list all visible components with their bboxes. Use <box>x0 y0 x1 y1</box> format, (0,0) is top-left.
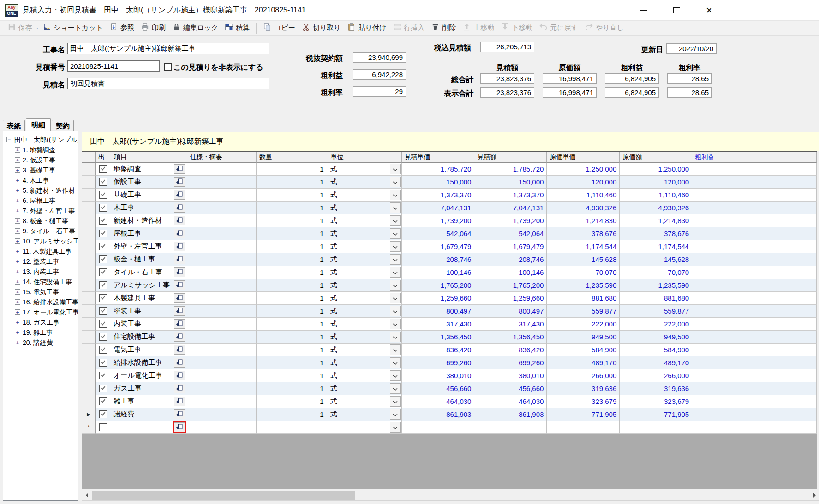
item-cell[interactable] <box>111 421 187 434</box>
spec-cell[interactable] <box>187 227 257 240</box>
cost-amount-cell[interactable]: 949,500 <box>620 331 692 344</box>
unit-cell[interactable]: 式 <box>328 253 402 266</box>
estimate-amount-cell[interactable]: 836,420 <box>474 344 547 356</box>
cost-unit-price-cell[interactable]: 1,174,544 <box>547 240 620 253</box>
estimate-amount-cell[interactable]: 1,373,370 <box>474 189 547 202</box>
item-reference-button[interactable] <box>174 280 185 290</box>
expand-icon[interactable]: + <box>15 147 20 153</box>
estimate-amount-cell[interactable]: 699,260 <box>474 356 547 369</box>
item-cell[interactable]: 基礎工事 <box>111 189 187 202</box>
unit-cell[interactable]: 式 <box>328 279 402 292</box>
row-selector[interactable] <box>82 227 96 240</box>
gross-profit-cell[interactable] <box>692 214 817 227</box>
estimate-unit-price-cell[interactable] <box>402 421 475 434</box>
minimize-button[interactable] <box>634 2 653 18</box>
quantity-cell[interactable]: 1 <box>257 292 328 305</box>
cost-unit-price-cell[interactable] <box>547 421 620 434</box>
item-cell[interactable]: 諸経費 <box>111 408 187 421</box>
item-cell[interactable]: 外壁・左官工事 <box>111 240 187 253</box>
quantity-cell[interactable]: 1 <box>257 344 328 356</box>
unit-cell[interactable]: 式 <box>328 202 402 214</box>
row-selector[interactable] <box>82 369 96 382</box>
gross-profit-cell[interactable] <box>692 369 817 382</box>
estimate-amount-cell[interactable]: 464,030 <box>474 395 547 408</box>
estimate-unit-price-cell[interactable]: 1,785,720 <box>402 163 475 176</box>
expand-icon[interactable]: + <box>15 208 20 213</box>
tree-item[interactable]: +16. 給排水設備工事 <box>3 297 78 307</box>
expand-icon[interactable]: + <box>15 238 20 244</box>
cost-unit-price-cell[interactable]: 1,214,830 <box>547 214 620 227</box>
gross-profit-cell[interactable] <box>692 395 817 408</box>
cost-unit-price-cell[interactable]: 1,250,000 <box>547 163 620 176</box>
item-cell[interactable]: 住宅設備工事 <box>111 331 187 344</box>
expand-icon[interactable]: + <box>15 188 20 193</box>
close-button[interactable]: ✕ <box>699 2 719 18</box>
unit-dropdown-button[interactable] <box>390 344 401 355</box>
item-cell[interactable]: 板金・樋工事 <box>111 253 187 266</box>
cost-unit-price-cell[interactable]: 559,877 <box>547 305 620 318</box>
row-selector[interactable] <box>82 176 96 189</box>
quantity-cell[interactable]: 1 <box>257 305 328 318</box>
print-button[interactable]: 印刷 <box>137 21 169 35</box>
spec-cell[interactable] <box>187 318 257 331</box>
cost-amount-cell[interactable]: 319,636 <box>620 382 692 395</box>
estimate-amount-cell[interactable]: 1,765,200 <box>474 279 547 292</box>
tree-item[interactable]: +11. 木製建具工事 <box>3 246 78 256</box>
spec-cell[interactable] <box>187 395 257 408</box>
output-checkbox[interactable] <box>99 204 107 212</box>
gross-profit-cell[interactable] <box>692 253 817 266</box>
output-checkbox[interactable] <box>99 230 107 237</box>
estimate-amount-cell[interactable]: 1,259,660 <box>474 292 547 305</box>
expand-icon[interactable]: + <box>15 269 20 274</box>
expand-icon[interactable]: + <box>15 198 20 203</box>
item-cell[interactable]: 給排水設備工事 <box>111 356 187 369</box>
shortcut-button[interactable]: ショートカット <box>39 21 106 35</box>
quantity-cell[interactable]: 1 <box>257 214 328 227</box>
unit-dropdown-button[interactable] <box>390 422 401 433</box>
cost-unit-price-cell[interactable]: 584,900 <box>547 344 620 356</box>
collapse-icon[interactable]: − <box>6 137 12 142</box>
gross-profit-cell[interactable] <box>692 331 817 344</box>
unit-dropdown-button[interactable] <box>390 241 401 252</box>
cost-amount-cell[interactable]: 266,000 <box>620 369 692 382</box>
tree-item[interactable]: +4. 木工事 <box>3 175 78 185</box>
output-checkbox[interactable] <box>99 397 107 405</box>
item-cell[interactable]: タイル・石工事 <box>111 266 187 279</box>
row-selector[interactable] <box>82 292 96 305</box>
tree-item[interactable]: +20. 諸経費 <box>3 338 78 348</box>
quantity-cell[interactable]: 1 <box>257 266 328 279</box>
copy-button[interactable]: コピー <box>260 21 299 35</box>
estimate-unit-price-cell[interactable]: 1,356,450 <box>402 331 475 344</box>
insert-row-button[interactable]: 行挿入 <box>389 21 428 35</box>
gross-profit-cell[interactable] <box>692 344 817 356</box>
expand-icon[interactable]: + <box>15 309 20 315</box>
gross-profit-cell[interactable] <box>692 292 817 305</box>
row-selector[interactable] <box>82 189 96 202</box>
spec-cell[interactable] <box>187 266 257 279</box>
tree-item[interactable]: +14. 住宅設備工事 <box>3 277 78 287</box>
estimate-unit-price-cell[interactable]: 150,000 <box>402 176 475 189</box>
expand-icon[interactable]: + <box>15 167 20 173</box>
tree-item[interactable]: +3. 基礎工事 <box>3 165 78 175</box>
output-checkbox[interactable] <box>99 372 107 379</box>
gross-profit-cell[interactable] <box>692 318 817 331</box>
cost-unit-price-cell[interactable]: 319,636 <box>547 382 620 395</box>
item-reference-button[interactable] <box>174 345 185 355</box>
item-reference-button[interactable] <box>174 409 185 419</box>
item-reference-button[interactable] <box>174 384 185 393</box>
estimate-unit-price-cell[interactable]: 456,660 <box>402 382 475 395</box>
tab-detail[interactable]: 明細 <box>26 118 51 131</box>
cost-unit-price-cell[interactable]: 1,110,460 <box>547 189 620 202</box>
row-selector[interactable] <box>82 163 96 176</box>
quantity-cell[interactable]: 1 <box>257 253 328 266</box>
cost-amount-cell[interactable]: 1,110,460 <box>620 189 692 202</box>
cost-amount-cell[interactable]: 145,628 <box>620 253 692 266</box>
cost-amount-cell[interactable]: 771,905 <box>620 408 692 421</box>
tree-item[interactable]: +2. 仮設工事 <box>3 155 78 165</box>
row-selector[interactable] <box>82 253 96 266</box>
quantity-cell[interactable]: 1 <box>257 176 328 189</box>
item-reference-button[interactable] <box>174 397 185 406</box>
scroll-left-button[interactable] <box>82 490 91 500</box>
expand-icon[interactable]: + <box>15 340 20 345</box>
unit-dropdown-button[interactable] <box>390 190 401 200</box>
